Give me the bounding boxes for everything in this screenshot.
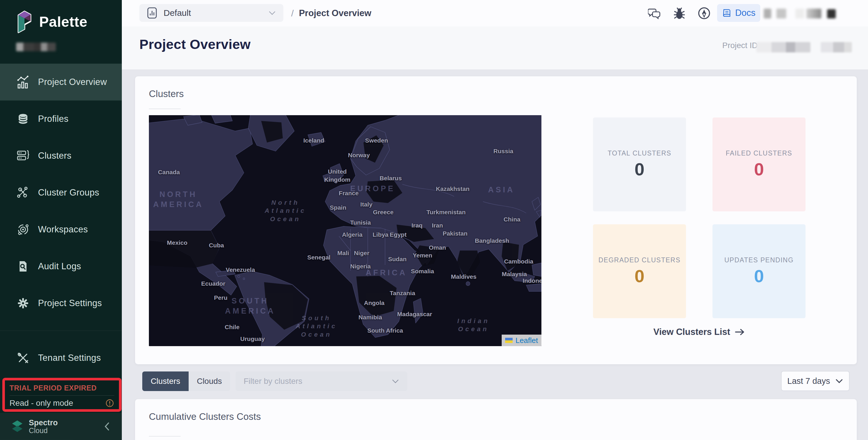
tab-label: Clusters <box>151 377 180 386</box>
sidebar-item-label: Clusters <box>38 151 71 161</box>
map-label-country: Cambodia <box>504 257 533 265</box>
sidebar-item-label: Profiles <box>38 114 68 124</box>
date-range-dropdown[interactable]: Last 7 days <box>781 371 849 391</box>
map-label-region: AFRICA <box>366 268 407 278</box>
map-label-country: Madagascar <box>397 310 432 318</box>
map-label-ocean: North Atlantic Ocean <box>265 199 306 223</box>
stat-label: FAILED CLUSTERS <box>712 149 806 157</box>
map-label-country: Malaysia <box>502 270 527 278</box>
map-attribution: Leaflet <box>502 335 541 346</box>
map-label-country: Peru <box>214 294 227 302</box>
sidebar-item-workspaces[interactable]: Workspaces <box>0 211 122 248</box>
tab-clusters[interactable]: Clusters <box>142 372 189 391</box>
ukraine-flag-icon <box>505 338 513 343</box>
map-label-country: Indonesia <box>523 277 541 284</box>
costs-card: Cumulative Clusters Costs <box>135 399 857 440</box>
bug-report-button[interactable] <box>673 6 686 20</box>
sidebar-collapse-button[interactable] <box>103 421 112 431</box>
sidebar-item-label: Workspaces <box>38 224 88 235</box>
feedback-chat-button[interactable] <box>648 6 661 20</box>
footer-brand-line1: Spectro <box>29 419 58 427</box>
sidebar-item-project-overview[interactable]: Project Overview <box>0 64 122 100</box>
gear-icon <box>16 296 30 310</box>
redacted-project-id <box>756 42 810 53</box>
sidebar-item-project-settings[interactable]: Project Settings <box>0 285 122 322</box>
view-clusters-list-label: View Clusters List <box>653 327 730 337</box>
bug-report-icon <box>673 7 686 20</box>
explore-compass-button[interactable] <box>697 6 711 20</box>
project-selector-value: Default <box>163 8 191 18</box>
top-bar: Default / Project Overview <box>122 0 868 27</box>
trial-expired-title: TRIAL PERIOD EXPIRED <box>9 384 114 392</box>
map-label-country: Ecuador <box>201 280 225 287</box>
stat-label: TOTAL CLUSTERS <box>593 149 686 157</box>
map-label-country: Mexico <box>167 239 187 247</box>
leaflet-attribution-link[interactable]: Leaflet <box>516 336 538 345</box>
arrow-right-icon <box>735 328 745 336</box>
page-header: Project Overview Project ID: <box>122 27 868 69</box>
docs-button-label: Docs <box>735 8 756 18</box>
sidebar-item-label: Audit Logs <box>38 261 81 272</box>
clusters-world-map[interactable]: NORTH AMERICAEUROPEASIAAFRICASOUTH AMERI… <box>149 115 541 346</box>
docs-button[interactable]: Docs <box>717 4 760 22</box>
scope-tabs: Clusters Clouds <box>142 372 230 391</box>
chevron-down-icon <box>392 379 399 383</box>
map-label-region: NORTH AMERICA <box>153 189 204 210</box>
sidebar-item-clusters[interactable]: Clusters <box>0 137 122 174</box>
sidebar: Palette Project Overview <box>0 0 122 440</box>
cluster-stats-grid: TOTAL CLUSTERS 0 FAILED CLUSTERS 0 DEGRA… <box>593 118 806 318</box>
trial-expired-banner: TRIAL PERIOD EXPIRED Read - only mode <box>2 378 122 412</box>
layers-stack-icon <box>16 112 30 126</box>
map-label-country: South Africa <box>367 327 403 335</box>
map-label-ocean: South Atlantic Ocean <box>296 314 338 339</box>
redacted-topbar-item <box>827 9 836 19</box>
alert-icon <box>105 399 114 408</box>
palette-app: Palette Project Overview <box>0 0 868 440</box>
map-label-country: Norway <box>348 151 370 159</box>
clusters-card: Clusters <box>135 76 857 364</box>
project-id-label: Project ID: <box>722 41 760 50</box>
main-content: Clusters <box>122 69 868 440</box>
map-label-country: Belarus <box>379 174 402 182</box>
sidebar-item-audit-logs[interactable]: Audit Logs <box>0 248 122 285</box>
map-label-country: Tunisia <box>350 219 371 226</box>
stat-label: DEGRADED CLUSTERS <box>593 256 686 264</box>
map-label-country: Chile <box>225 323 239 331</box>
sidebar-item-cluster-groups[interactable]: Cluster Groups <box>0 174 122 211</box>
stat-value: 0 <box>712 266 806 286</box>
sidebar-item-profiles[interactable]: Profiles <box>0 100 122 137</box>
map-label-country: Bangladesh <box>475 237 509 245</box>
redacted-version-text <box>16 42 56 51</box>
map-label-country: Spain <box>330 203 346 211</box>
document-search-icon <box>16 259 30 273</box>
tab-clouds[interactable]: Clouds <box>189 372 230 391</box>
tab-label: Clouds <box>197 377 222 386</box>
stat-card-failed-clusters: FAILED CLUSTERS 0 <box>712 118 806 211</box>
sidebar-footer: Spectro Cloud <box>0 413 122 440</box>
filter-by-clusters-dropdown[interactable]: Filter by clusters <box>236 372 407 391</box>
map-label-country: Canada <box>158 168 180 176</box>
map-label-country: Namibia <box>359 313 382 321</box>
map-label-country: China <box>504 215 520 223</box>
map-label-ocean: Indian Ocean <box>457 317 490 334</box>
view-clusters-list-link[interactable]: View Clusters List <box>593 327 806 337</box>
sidebar-item-label: Cluster Groups <box>38 187 99 198</box>
map-label-country: Oman <box>429 244 446 251</box>
chat-icon <box>648 7 661 20</box>
map-label-country: Cuba <box>209 242 224 249</box>
map-label-country: Egypt <box>390 231 406 239</box>
palette-logo: Palette <box>16 10 87 34</box>
map-label-country: Angola <box>364 299 384 307</box>
redacted-topbar-item <box>806 9 822 19</box>
stat-card-total-clusters: TOTAL CLUSTERS 0 <box>593 118 686 211</box>
redacted-project-id <box>821 42 852 53</box>
chevron-left-icon <box>103 421 112 431</box>
sidebar-item-tenant-settings[interactable]: Tenant Settings <box>0 340 122 376</box>
stat-label: UPDATES PENDING <box>712 256 806 264</box>
spectro-cloud-logo <box>10 419 24 434</box>
map-label-country: Libya <box>373 231 389 239</box>
map-label-country: Somalia <box>411 267 434 275</box>
map-label-country: Italy <box>360 200 372 208</box>
project-selector-dropdown[interactable]: Default <box>140 4 283 22</box>
map-label-country: Greece <box>373 208 393 216</box>
